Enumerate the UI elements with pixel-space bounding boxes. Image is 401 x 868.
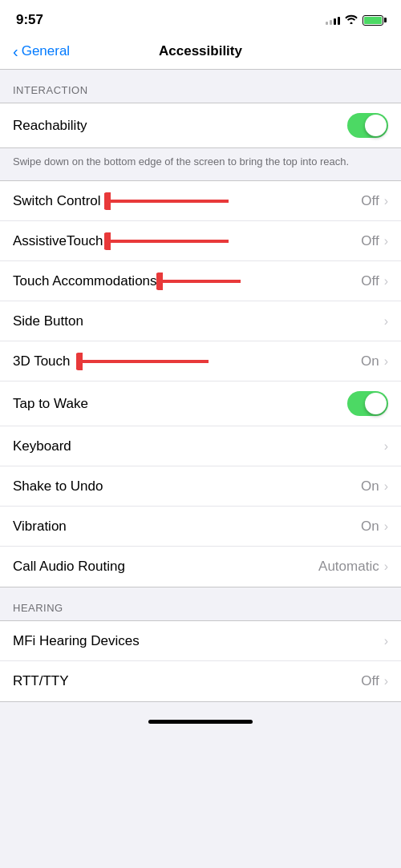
- chevron-right-icon: ›: [384, 634, 388, 648]
- switch-control-value: Off: [361, 193, 379, 209]
- chevron-right-icon: ›: [384, 274, 388, 289]
- section-header-interaction: INTERACTION: [0, 70, 401, 103]
- list-item[interactable]: 3D Touch On ›: [0, 341, 401, 382]
- chevron-right-icon: ›: [384, 439, 388, 454]
- status-icons: [326, 14, 385, 26]
- rtt-tty-value: Off: [361, 673, 379, 689]
- reachability-label: Reachability: [13, 118, 347, 134]
- wifi-icon: [345, 14, 358, 26]
- shake-to-undo-value: On: [361, 478, 379, 495]
- tap-to-wake-label: Tap to Wake: [13, 396, 347, 412]
- chevron-left-icon: ‹: [13, 43, 18, 59]
- touch-accommodations-value: Off: [361, 273, 379, 289]
- bottom-spacer: [0, 702, 401, 734]
- list-item[interactable]: Keyboard ›: [0, 426, 401, 466]
- settings-group-hearing: MFi Hearing Devices › RTT/TTY Off ›: [0, 620, 401, 702]
- list-item[interactable]: Tap to Wake: [0, 382, 401, 426]
- call-audio-routing-value: Automatic: [318, 559, 379, 575]
- 3d-touch-value: On: [361, 353, 379, 369]
- red-arrow-icon: [156, 273, 249, 290]
- side-button-label: Side Button: [13, 313, 384, 329]
- navigation-bar: ‹ General Accessibility: [0, 35, 401, 70]
- red-arrow-icon: [104, 192, 237, 210]
- red-arrow-icon: [104, 232, 237, 250]
- reachability-toggle[interactable]: [347, 113, 388, 138]
- chevron-right-icon: ›: [384, 314, 388, 329]
- list-item[interactable]: Switch Control Off ›: [0, 181, 401, 221]
- list-item[interactable]: Reachability: [0, 103, 401, 147]
- section-header-hearing: HEARING: [0, 587, 401, 620]
- list-item[interactable]: AssistiveTouch Off ›: [0, 221, 401, 261]
- chevron-right-icon: ›: [384, 194, 388, 208]
- list-item[interactable]: MFi Hearing Devices ›: [0, 621, 401, 661]
- rtt-tty-label: RTT/TTY: [13, 673, 361, 689]
- signal-bars-icon: [326, 15, 340, 25]
- status-time: 9:57: [16, 12, 43, 28]
- list-item[interactable]: Touch Accommodations Off ›: [0, 261, 401, 301]
- chevron-right-icon: ›: [384, 479, 388, 494]
- page-title: Accessibility: [159, 43, 242, 59]
- reachability-description: Swipe down on the bottom edge of the scr…: [0, 148, 401, 180]
- back-button[interactable]: ‹ General: [13, 43, 70, 59]
- tap-to-wake-toggle[interactable]: [347, 391, 388, 416]
- battery-icon: [363, 15, 385, 26]
- red-arrow-icon: [76, 353, 217, 370]
- vibration-label: Vibration: [13, 519, 361, 535]
- chevron-right-icon: ›: [384, 559, 388, 574]
- status-bar: 9:57: [0, 0, 401, 35]
- list-item[interactable]: Call Audio Routing Automatic ›: [0, 547, 401, 587]
- home-indicator-bar: [148, 720, 253, 724]
- list-item[interactable]: Shake to Undo On ›: [0, 466, 401, 507]
- chevron-right-icon: ›: [384, 674, 388, 688]
- list-item[interactable]: Vibration On ›: [0, 507, 401, 547]
- call-audio-routing-label: Call Audio Routing: [13, 559, 318, 575]
- settings-group-interaction: Reachability: [0, 103, 401, 148]
- shake-to-undo-label: Shake to Undo: [13, 478, 361, 495]
- keyboard-label: Keyboard: [13, 438, 384, 454]
- assistive-touch-value: Off: [361, 233, 379, 249]
- back-label: General: [22, 43, 70, 59]
- list-item[interactable]: RTT/TTY Off ›: [0, 661, 401, 701]
- chevron-right-icon: ›: [384, 234, 388, 248]
- vibration-value: On: [361, 519, 379, 535]
- settings-group-controls: Switch Control Off › AssistiveTouch Off …: [0, 180, 401, 587]
- chevron-right-icon: ›: [384, 519, 388, 534]
- mfi-hearing-label: MFi Hearing Devices: [13, 633, 384, 649]
- chevron-right-icon: ›: [384, 354, 388, 369]
- list-item[interactable]: Side Button ›: [0, 301, 401, 341]
